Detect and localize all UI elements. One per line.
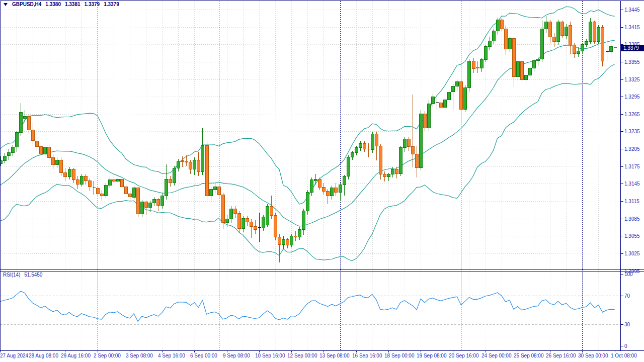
svg-text:10 Sep 16:00: 10 Sep 16:00 <box>255 353 285 358</box>
bollinger-upper-band <box>1 7 615 204</box>
rsi-value: 51.5450 <box>24 272 42 278</box>
svg-text:3 Sep 08:00: 3 Sep 08:00 <box>126 353 153 358</box>
svg-text:2 Sep 00:00: 2 Sep 00:00 <box>94 353 121 358</box>
svg-text:29 Aug 16:00: 29 Aug 16:00 <box>61 353 91 358</box>
svg-text:6 Sep 00:00: 6 Sep 00:00 <box>190 353 217 358</box>
rsi-axis: 10070300 <box>621 272 633 349</box>
rsi-indicator-label: RSI(14) 51.5450 <box>3 272 42 278</box>
svg-text:19 Sep 08:00: 19 Sep 08:00 <box>417 353 447 358</box>
svg-text:70: 70 <box>624 293 630 299</box>
svg-text:26 Sep 16:00: 26 Sep 16:00 <box>546 353 576 358</box>
svg-text:1.3025: 1.3025 <box>624 251 640 256</box>
ohlc-low: 1.3379 <box>85 2 100 7</box>
svg-text:1 Oct 08:00: 1 Oct 08:00 <box>611 353 637 358</box>
svg-text:1.3205: 1.3205 <box>624 146 640 152</box>
time-axis: 27 Aug 202428 Aug 08:0029 Aug 16:002 Sep… <box>0 351 637 358</box>
chart-frame <box>0 1 644 351</box>
svg-text:12 Sep 00:00: 12 Sep 00:00 <box>287 353 317 358</box>
svg-text:1.3115: 1.3115 <box>624 199 639 204</box>
svg-text:1.3175: 1.3175 <box>624 164 640 169</box>
svg-text:25 Sep 08:00: 25 Sep 08:00 <box>514 353 544 358</box>
price-chart-canvas[interactable]: 1.34451.34151.33851.33551.33251.32951.32… <box>0 0 644 362</box>
ohlc-open: 1.3380 <box>45 2 61 7</box>
svg-text:0: 0 <box>624 343 627 349</box>
svg-text:13 Sep 08:00: 13 Sep 08:00 <box>319 353 350 358</box>
week-separator-lines <box>98 1 583 350</box>
symbol-dropdown-icon[interactable] <box>4 3 8 6</box>
svg-text:100: 100 <box>624 272 633 277</box>
svg-text:1.3235: 1.3235 <box>624 129 640 134</box>
svg-text:27 Aug 2024: 27 Aug 2024 <box>0 353 29 358</box>
grid-lines <box>0 1 620 350</box>
candlestick-series <box>0 16 617 263</box>
svg-text:1.3325: 1.3325 <box>624 77 640 82</box>
svg-text:1.3145: 1.3145 <box>624 181 640 187</box>
svg-text:9 Sep 08:00: 9 Sep 08:00 <box>223 353 250 358</box>
svg-text:1.3085: 1.3085 <box>624 216 640 222</box>
svg-text:16 Sep 16:00: 16 Sep 16:00 <box>352 353 382 358</box>
ohlc-high: 1.3381 <box>65 2 80 7</box>
svg-text:1.3055: 1.3055 <box>624 233 640 239</box>
svg-text:20 Sep 16:00: 20 Sep 16:00 <box>449 353 479 358</box>
chart-window: 1.34451.34151.33851.33551.33251.32951.32… <box>0 0 644 362</box>
current-price-badge: 1.3379 <box>621 45 644 51</box>
svg-text:1.3355: 1.3355 <box>624 59 640 65</box>
rsi-name: RSI(14) <box>3 272 20 278</box>
svg-text:18 Sep 00:00: 18 Sep 00:00 <box>384 353 415 358</box>
symbol-timeframe-label: GBPUSD,H4 <box>12 2 41 7</box>
svg-text:28 Aug 08:00: 28 Aug 08:00 <box>29 353 58 358</box>
rsi-level-lines <box>0 296 620 325</box>
svg-text:1.3445: 1.3445 <box>624 7 640 13</box>
svg-text:30: 30 <box>624 322 630 327</box>
svg-text:1.3295: 1.3295 <box>624 94 640 100</box>
svg-text:1.3415: 1.3415 <box>624 25 640 30</box>
ohlc-close: 1.3379 <box>104 2 119 7</box>
svg-text:30 Sep 00:00: 30 Sep 00:00 <box>578 353 608 358</box>
chart-title: GBPUSD,H4 1.3380 1.3381 1.3379 1.3379 <box>3 2 119 7</box>
svg-text:1.3265: 1.3265 <box>624 112 640 117</box>
svg-text:4 Sep 16:00: 4 Sep 16:00 <box>158 353 185 358</box>
svg-text:24 Sep 00:00: 24 Sep 00:00 <box>481 353 512 358</box>
